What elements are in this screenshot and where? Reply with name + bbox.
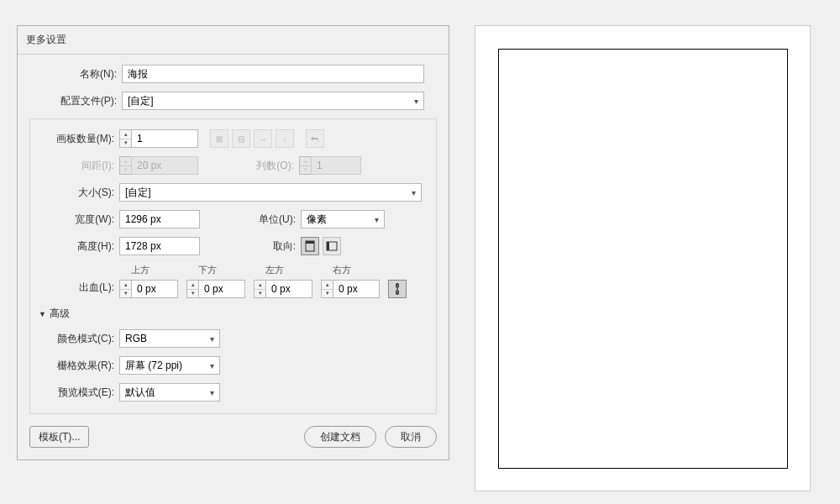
- document-preview: [475, 25, 811, 491]
- columns-spinner: ▴▾: [299, 156, 361, 175]
- bleed-top-label: 上方: [119, 264, 178, 276]
- units-label: 单位(U):: [200, 213, 301, 227]
- landscape-icon[interactable]: [323, 237, 341, 255]
- profile-label: 配置文件(P):: [29, 94, 122, 108]
- arrange-down-icon: ↓: [276, 129, 294, 148]
- bleed-right-label: 右方: [321, 264, 380, 276]
- units-select[interactable]: 像素 ▾: [301, 210, 385, 228]
- artboard-preview: [498, 49, 788, 469]
- spacing-spinner: ▴▾: [119, 156, 198, 175]
- artboard-count-spinner[interactable]: ▴▾: [119, 129, 198, 148]
- svg-rect-3: [327, 242, 329, 250]
- raster-label: 栅格效果(R):: [39, 359, 119, 373]
- profile-value: [自定]: [128, 94, 154, 108]
- preview-mode-value: 默认值: [125, 386, 155, 400]
- profile-select[interactable]: [自定] ▾: [122, 92, 424, 110]
- name-label: 名称(N):: [29, 67, 122, 81]
- raster-value: 屏幕 (72 ppi): [125, 359, 182, 373]
- color-mode-label: 颜色模式(C):: [39, 332, 119, 346]
- chevron-down-icon: ▾: [414, 97, 418, 106]
- bleed-bottom-label: 下方: [186, 264, 245, 276]
- create-document-button[interactable]: 创建文档: [304, 426, 376, 448]
- artboards-label: 画板数量(M):: [39, 132, 119, 146]
- preview-mode-select[interactable]: 默认值 ▾: [119, 383, 220, 402]
- units-value: 像素: [307, 213, 327, 227]
- bleed-left-label: 左方: [254, 264, 312, 276]
- size-select[interactable]: [自定] ▾: [119, 183, 422, 202]
- grid-by-col-icon: ⊟: [232, 129, 250, 148]
- width-input[interactable]: [119, 210, 200, 228]
- height-input[interactable]: [119, 237, 200, 255]
- height-label: 高度(H):: [39, 239, 119, 254]
- grid-by-row-icon: ⊞: [210, 129, 228, 148]
- bleed-right-spinner[interactable]: ▴▾: [321, 280, 380, 298]
- columns-label: 列数(O):: [198, 159, 299, 173]
- more-settings-dialog: 更多设置 名称(N): 配置文件(P): [自定] ▾ 画板数量(M):: [17, 25, 449, 460]
- portrait-icon[interactable]: [301, 237, 319, 255]
- raster-select[interactable]: 屏幕 (72 ppi) ▾: [119, 356, 220, 375]
- bleed-left-spinner[interactable]: ▴▾: [254, 280, 312, 298]
- bleed-bottom-spinner[interactable]: ▴▾: [186, 280, 245, 298]
- chevron-down-icon: ▾: [412, 188, 416, 197]
- width-label: 宽度(W):: [39, 213, 119, 227]
- svg-rect-1: [306, 241, 314, 244]
- bleed-label: 出血(L):: [39, 281, 119, 298]
- size-label: 大小(S):: [39, 186, 119, 200]
- preview-mode-label: 预览模式(E):: [39, 386, 119, 400]
- name-input[interactable]: [122, 65, 424, 83]
- chevron-down-icon: ▾: [210, 334, 214, 344]
- color-mode-select[interactable]: RGB ▾: [119, 329, 220, 348]
- spacing-label: 间距(I):: [39, 159, 119, 173]
- dialog-title: 更多设置: [18, 26, 449, 55]
- chevron-down-icon: ▾: [210, 361, 214, 370]
- chevron-down-icon: ▾: [210, 388, 214, 397]
- triangle-down-icon: ▼: [39, 310, 46, 318]
- rtl-layout-icon: ⮪: [306, 129, 324, 148]
- arrange-right-icon: →: [254, 129, 272, 148]
- orientation-label: 取向:: [200, 239, 301, 254]
- size-value: [自定]: [125, 186, 151, 200]
- advanced-section-toggle[interactable]: ▼ 高级: [39, 307, 428, 321]
- color-mode-value: RGB: [125, 333, 147, 344]
- bleed-top-spinner[interactable]: ▴▾: [119, 280, 178, 298]
- chevron-down-icon: ▾: [375, 215, 379, 224]
- link-icon[interactable]: [388, 280, 407, 298]
- template-button[interactable]: 模板(T)...: [29, 426, 89, 448]
- cancel-button[interactable]: 取消: [385, 426, 437, 448]
